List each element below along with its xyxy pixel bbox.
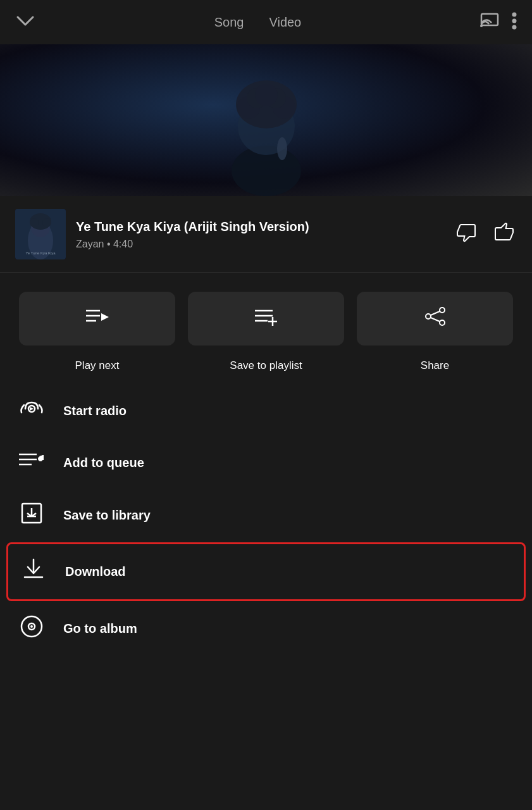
song-thumbnail: Ye Tune Kya Kiya xyxy=(15,209,66,259)
song-meta: Zayan • 4:40 xyxy=(76,239,443,250)
go-to-album-label: Go to album xyxy=(63,621,137,636)
top-bar: Song Video xyxy=(0,0,532,44)
more-options-icon[interactable] xyxy=(512,11,517,33)
start-radio-item[interactable]: Start radio xyxy=(0,385,532,437)
collapse-button[interactable] xyxy=(15,13,35,31)
go-to-album-item[interactable]: Go to album xyxy=(0,601,532,656)
tab-video[interactable]: Video xyxy=(269,15,301,30)
save-to-library-item[interactable]: Save to library xyxy=(0,489,532,542)
queue-icon xyxy=(19,451,44,475)
svg-point-2 xyxy=(512,13,516,17)
svg-point-31 xyxy=(440,320,445,325)
action-buttons-row xyxy=(0,273,532,352)
svg-line-34 xyxy=(431,318,440,321)
artist-name: Zayan xyxy=(76,239,104,249)
song-title: Ye Tune Kya Kiya (Arijit Singh Version) xyxy=(76,218,443,235)
action-buttons-labels: Play next Save to playlist Share xyxy=(0,352,532,385)
share-button[interactable] xyxy=(357,292,513,346)
play-next-button[interactable] xyxy=(19,292,175,346)
thumbs-down-button[interactable] xyxy=(454,220,479,249)
song-info-row: Ye Tune Kya Kiya Ye Tune Kya Kiya (Ariji… xyxy=(0,196,532,273)
add-to-queue-label: Add to queue xyxy=(63,456,144,470)
svg-rect-0 xyxy=(481,14,498,25)
svg-line-33 xyxy=(431,311,440,315)
share-icon xyxy=(424,307,446,330)
download-item[interactable]: Download xyxy=(6,542,526,601)
song-duration: 4:40 xyxy=(113,239,133,249)
song-details: Ye Tune Kya Kiya (Arijit Singh Version) … xyxy=(76,218,443,250)
svg-point-18 xyxy=(30,218,39,227)
download-icon xyxy=(21,558,46,585)
save-to-playlist-icon xyxy=(255,307,278,330)
svg-point-13 xyxy=(277,137,287,160)
radio-icon xyxy=(19,399,44,423)
svg-marker-36 xyxy=(30,407,34,411)
svg-point-32 xyxy=(426,314,431,319)
download-label: Download xyxy=(65,564,126,579)
top-bar-right xyxy=(480,11,517,33)
svg-point-1 xyxy=(480,25,483,27)
save-library-icon xyxy=(19,502,44,528)
svg-marker-24 xyxy=(101,313,109,321)
svg-point-50 xyxy=(30,625,33,628)
save-to-library-label: Save to library xyxy=(63,508,151,523)
cast-icon[interactable] xyxy=(480,13,499,32)
svg-point-12 xyxy=(255,84,278,106)
svg-point-30 xyxy=(440,308,445,313)
album-icon xyxy=(19,615,44,642)
share-label: Share xyxy=(357,359,513,372)
tab-song[interactable]: Song xyxy=(214,15,244,30)
thumbnail-area xyxy=(0,44,532,196)
rating-buttons xyxy=(454,220,517,249)
save-to-playlist-label: Save to playlist xyxy=(188,359,344,372)
tab-group: Song Video xyxy=(214,15,302,30)
svg-point-3 xyxy=(512,19,516,23)
svg-text:Ye Tune Kya Kiya: Ye Tune Kya Kiya xyxy=(25,251,56,255)
add-to-queue-item[interactable]: Add to queue xyxy=(0,437,532,489)
play-next-label: Play next xyxy=(19,359,175,372)
svg-point-4 xyxy=(512,25,516,30)
svg-point-19 xyxy=(42,218,51,227)
save-to-playlist-button[interactable] xyxy=(188,292,344,346)
thumbs-up-button[interactable] xyxy=(492,220,517,249)
start-radio-label: Start radio xyxy=(63,404,127,418)
play-next-icon xyxy=(86,307,109,330)
